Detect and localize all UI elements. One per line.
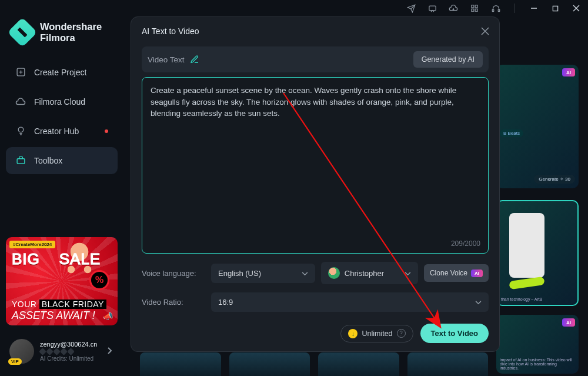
ai-credits-label: AI Credits: Unlimited [40, 355, 99, 362]
promo-banner[interactable]: #CreateMore2024 BIG SALE % YOUR BLACK FR… [6, 237, 118, 325]
generate-pill: Generate ✧ 30 [534, 175, 575, 184]
ai-badge-icon: AI [562, 318, 575, 327]
template-pill: B Beats [500, 129, 523, 137]
svg-rect-3 [472, 9, 474, 11]
sidebar-item-label: Toolbox [34, 156, 62, 165]
title-bar [399, 0, 588, 16]
clone-voice-label: Clone Voice [430, 269, 467, 277]
chevron-down-icon [302, 269, 308, 278]
user-bar[interactable]: VIP zengyy@300624.cn AI Credits: Unlimit… [6, 332, 118, 370]
svg-rect-2 [475, 5, 477, 8]
promo-line2: YOUR BLACK FRIDAY [12, 300, 106, 309]
window-maximize-button[interactable] [550, 4, 560, 13]
svg-rect-0 [429, 6, 435, 11]
voice-name-select[interactable]: Christopher [321, 262, 418, 284]
generated-by-ai-button[interactable]: Generated by AI [413, 51, 483, 68]
modal-footer: ↓ Unlimited ? Text to Video [142, 324, 489, 343]
window-close-button[interactable] [572, 4, 581, 13]
svg-rect-1 [472, 5, 474, 8]
grid-icon[interactable] [470, 4, 479, 13]
notification-dot-icon [105, 129, 108, 133]
sidebar-item-creator-hub[interactable]: Creator Hub [6, 118, 118, 145]
svg-rect-15 [17, 159, 25, 164]
voice-row: Voice language: English (US) Christopher… [142, 262, 489, 284]
ai-text-to-video-modal: AI Text to Video Video Text Generated by… [131, 16, 500, 352]
unlimited-label: Unlimited [362, 330, 392, 338]
sidebar: Wondershare Filmora Create Project Filmo… [0, 0, 123, 376]
modal-close-button[interactable] [479, 25, 491, 37]
template-card-selected[interactable]: than technology – ArtB [496, 200, 579, 306]
coin-icon: ↓ [348, 329, 358, 338]
user-email: zengyy@300624.cn [40, 341, 99, 348]
sidebar-item-label: Creator Hub [34, 127, 79, 136]
svg-point-14 [18, 128, 24, 133]
video-ratio-value: 16:9 [218, 298, 233, 307]
video-text-label: Video Text [148, 55, 185, 64]
brand-line2: Filmora [40, 32, 102, 44]
template-row [140, 352, 488, 376]
voice-language-value: English (US) [218, 269, 261, 278]
promo-tag: #CreateMore2024 [9, 241, 55, 248]
svg-rect-8 [553, 6, 557, 11]
toolbox-icon [15, 155, 26, 166]
plus-square-icon [15, 67, 26, 78]
template-card[interactable]: AI B Beats Generate ✧ 30 [496, 65, 579, 188]
template-caption: than technology – ArtB [501, 297, 574, 301]
clone-voice-button[interactable]: Clone Voice AI [424, 264, 489, 282]
brand-line1: Wondershare [40, 21, 102, 32]
bullhorn-icon: 📣 [103, 311, 113, 321]
voice-name-value: Christopher [345, 269, 384, 278]
template-thumb[interactable] [229, 352, 310, 376]
prompt-textarea[interactable] [142, 77, 489, 254]
sidebar-nav: Create Project Filmora Cloud Creator Hub… [0, 59, 123, 174]
edit-icon[interactable] [189, 54, 200, 65]
svg-rect-5 [492, 9, 494, 11]
chevron-down-icon [405, 269, 411, 278]
chevron-right-icon[interactable] [105, 344, 114, 359]
avatar-wrap: VIP [9, 339, 34, 364]
template-card[interactable]: AI impact of AI on business: This video … [496, 315, 579, 374]
voice-language-select[interactable]: English (US) [211, 264, 315, 283]
user-info: zengyy@300624.cn AI Credits: Unlimited [40, 341, 99, 362]
plane-icon [509, 277, 544, 290]
window-minimize-button[interactable] [529, 4, 539, 13]
chevron-down-icon [475, 298, 482, 307]
sidebar-item-filmora-cloud[interactable]: Filmora Cloud [6, 88, 118, 115]
ai-badge-icon: AI [562, 68, 575, 76]
brand-logo-icon [8, 18, 38, 48]
cloud-icon [15, 97, 26, 107]
chat-icon[interactable] [427, 4, 437, 13]
promo-headline: BIG SALE [12, 250, 101, 268]
video-ratio-select[interactable]: 16:9 [211, 292, 489, 312]
sidebar-item-label: Create Project [34, 68, 86, 77]
unlimited-pill[interactable]: ↓ Unlimited ? [340, 325, 413, 342]
char-counter: 209/2000 [451, 239, 480, 248]
video-text-bar: Video Text Generated by AI [142, 46, 489, 72]
cloud-download-icon[interactable] [449, 4, 458, 13]
brand-text: Wondershare Filmora [40, 21, 102, 44]
divider [514, 4, 515, 13]
voice-language-label: Voice language: [142, 269, 205, 278]
sidebar-item-create-project[interactable]: Create Project [6, 59, 118, 86]
send-icon[interactable] [406, 4, 416, 13]
tier-diamonds-icon [40, 349, 99, 354]
prompt-wrapper: 209/2000 [142, 77, 489, 254]
modal-title: AI Text to Video [142, 26, 489, 36]
bulb-icon [15, 126, 26, 137]
text-to-video-button[interactable]: Text to Video [420, 324, 489, 343]
svg-rect-6 [498, 9, 500, 11]
phone-mockup-icon [509, 213, 544, 278]
ai-badge-icon: AI [471, 269, 483, 277]
template-thumb[interactable] [140, 352, 221, 376]
voice-avatar-icon [328, 267, 340, 279]
brand: Wondershare Filmora [0, 21, 123, 59]
ratio-row: Video Ratio: 16:9 [142, 292, 489, 312]
sidebar-item-toolbox[interactable]: Toolbox [6, 147, 118, 174]
vip-badge: VIP [8, 358, 22, 365]
help-icon[interactable]: ? [397, 329, 406, 338]
template-thumb[interactable] [318, 352, 399, 376]
template-caption: impact of AI on business: This video wil… [500, 358, 575, 370]
svg-rect-4 [475, 9, 477, 11]
template-thumb[interactable] [407, 352, 489, 376]
headset-icon[interactable] [491, 4, 500, 13]
